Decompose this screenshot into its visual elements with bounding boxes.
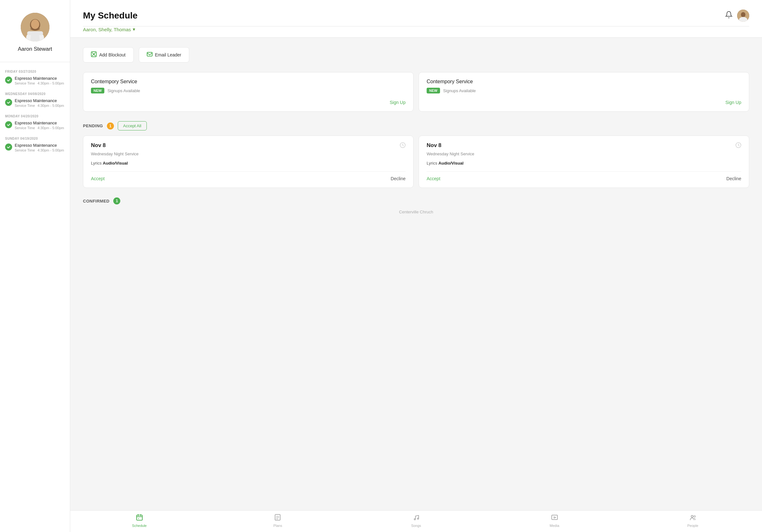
main-content: My Schedule Aaron, Shelly, Thomas ▾ [70, 0, 762, 532]
signups-label-1: Signups Available [108, 88, 140, 93]
svg-rect-9 [147, 52, 152, 56]
signup-badge-row-2: NEW Signups Available [426, 88, 741, 94]
pending-role-2: Lyrics Audio/Visual [426, 161, 741, 166]
pending-service-1: Wednesday Night Service [91, 152, 406, 156]
confirmed-church: Centerville Chruch [83, 210, 749, 214]
pending-divider-1 [91, 171, 406, 171]
nav-item-schedule[interactable]: Schedule [128, 514, 151, 528]
user-name: Aaron Stewart [18, 46, 52, 52]
check-icon-4 [5, 144, 12, 151]
header-top: My Schedule [83, 10, 749, 22]
signup-button-1[interactable]: Sign Up [390, 100, 406, 105]
pending-card-header-2: Nov 8 [426, 142, 741, 150]
svg-point-18 [694, 516, 696, 517]
sidebar: Aaron Stewart FRIDAY 03/27/2020 Espresso… [0, 0, 70, 532]
signup-cards-grid: Contempory Service NEW Signups Available… [83, 72, 749, 112]
schedule-item-2: Espresso Maintenance Service Time 4:30pm… [5, 98, 65, 107]
nav-item-songs[interactable]: Songs [405, 514, 427, 528]
sidebar-divider [0, 62, 70, 62]
accept-all-button[interactable]: Accept All [118, 121, 147, 130]
pending-card-1: Nov 8 Wednesday Night Service Lyrics Aud… [83, 136, 414, 188]
pending-section-header: PENDING 1 Accept All [83, 121, 749, 130]
schedule-item-4: Espresso Maintenance Service Time 4:30pm… [5, 143, 65, 152]
add-blockout-button[interactable]: Add Blockout [83, 47, 134, 62]
schedule-item-time-1: Service Time 4:30pm - 5:00pm [15, 81, 64, 85]
people-nav-label: People [687, 524, 698, 528]
pending-cards-grid: Nov 8 Wednesday Night Service Lyrics Aud… [83, 136, 749, 188]
email-icon [147, 52, 153, 58]
pending-label: PENDING [83, 123, 103, 128]
check-icon-2 [5, 99, 12, 106]
schedule-group-3: MONDAY 04/20/2020 Espresso Maintenance S… [5, 114, 65, 130]
header-icons [725, 10, 749, 22]
filter-dropdown[interactable]: Aaron, Shelly, Thomas ▾ [83, 27, 749, 37]
nav-item-people[interactable]: People [682, 514, 704, 528]
schedule-item-time-4: Service Time 4:30pm - 5:00pm [15, 148, 64, 152]
schedule-item-3: Espresso Maintenance Service Time 4:30pm… [5, 120, 65, 130]
blockout-icon [91, 51, 97, 58]
check-icon-3 [5, 121, 12, 128]
confirmed-label: CONFIRMED [83, 199, 110, 204]
signup-card-title-2: Contempory Service [426, 79, 741, 85]
schedule-group-4: SUNDAY 04/19/2020 Espresso Maintenance S… [5, 137, 65, 152]
schedule-item-1: Espresso Maintenance Service Time 4:30pm… [5, 76, 65, 85]
nav-item-media[interactable]: Media [543, 514, 566, 528]
svg-rect-16 [552, 515, 558, 519]
plans-nav-label: Plans [273, 524, 282, 528]
email-leader-button[interactable]: Email Leader [139, 47, 190, 62]
media-nav-label: Media [550, 524, 559, 528]
pending-divider-2 [426, 171, 741, 171]
signup-card-1: Contempory Service NEW Signups Available… [83, 72, 414, 112]
schedule-date-label-1: FRIDAY 03/27/2020 [5, 70, 65, 73]
schedule-nav-label: Schedule [132, 524, 147, 528]
nav-item-plans[interactable]: Plans [267, 514, 289, 528]
schedule-date-label-2: WEDNESDAY 04/08/2020 [5, 92, 65, 96]
schedule-item-title-4: Espresso Maintenance [15, 143, 64, 148]
confirmed-count-badge: 1 [113, 197, 120, 204]
accept-button-1[interactable]: Accept [91, 176, 105, 181]
confirmed-section: CONFIRMED 1 Centerville Chruch [83, 197, 749, 214]
accept-button-2[interactable]: Accept [426, 176, 440, 181]
pending-date-1: Nov 8 [91, 142, 106, 149]
check-icon-1 [5, 77, 12, 84]
svg-point-3 [31, 20, 39, 29]
header-avatar[interactable] [737, 10, 749, 22]
signup-card-title-1: Contempory Service [91, 79, 406, 85]
signup-card-2: Contempory Service NEW Signups Available… [419, 72, 749, 112]
svg-rect-12 [137, 515, 142, 520]
bottom-nav: Schedule Plans Songs [70, 510, 762, 532]
signup-button-2[interactable]: Sign Up [725, 100, 741, 105]
chevron-down-icon: ▾ [133, 27, 135, 32]
pending-actions-1: Accept Decline [91, 176, 406, 181]
schedule-item-title-3: Espresso Maintenance [15, 120, 64, 125]
sidebar-schedule-list: FRIDAY 03/27/2020 Espresso Maintenance S… [0, 70, 70, 159]
content-area: Add Blockout Email Leader Contempory Ser… [70, 37, 762, 510]
bell-icon[interactable] [725, 11, 733, 21]
header: My Schedule Aaron, Shelly, Thomas ▾ [70, 0, 762, 37]
pending-role-1: Lyrics Audio/Visual [91, 161, 406, 166]
schedule-date-label-4: SUNDAY 04/19/2020 [5, 137, 65, 140]
confirmed-section-header: CONFIRMED 1 [83, 197, 749, 204]
people-icon [689, 514, 696, 522]
pending-card-header-1: Nov 8 [91, 142, 406, 150]
svg-point-14 [414, 519, 416, 520]
svg-point-15 [418, 518, 419, 519]
avatar [21, 13, 49, 41]
pending-count-badge: 1 [107, 122, 114, 129]
new-badge-1: NEW [91, 88, 104, 94]
blockout-label: Add Blockout [99, 52, 126, 57]
schedule-item-time-3: Service Time 4:30pm - 5:00pm [15, 126, 64, 130]
decline-button-2[interactable]: Decline [726, 176, 741, 181]
page-title: My Schedule [83, 11, 137, 21]
pending-card-2: Nov 8 Wednesday Night Service Lyrics Aud… [419, 136, 749, 188]
svg-rect-13 [275, 514, 280, 520]
decline-button-1[interactable]: Decline [391, 176, 406, 181]
email-label: Email Leader [155, 52, 182, 57]
schedule-date-label-3: MONDAY 04/20/2020 [5, 114, 65, 118]
schedule-item-title-1: Espresso Maintenance [15, 76, 64, 81]
new-badge-2: NEW [426, 88, 440, 94]
songs-icon [413, 514, 419, 522]
action-buttons: Add Blockout Email Leader [83, 47, 749, 62]
schedule-icon [136, 514, 143, 522]
pending-date-2: Nov 8 [426, 142, 441, 149]
